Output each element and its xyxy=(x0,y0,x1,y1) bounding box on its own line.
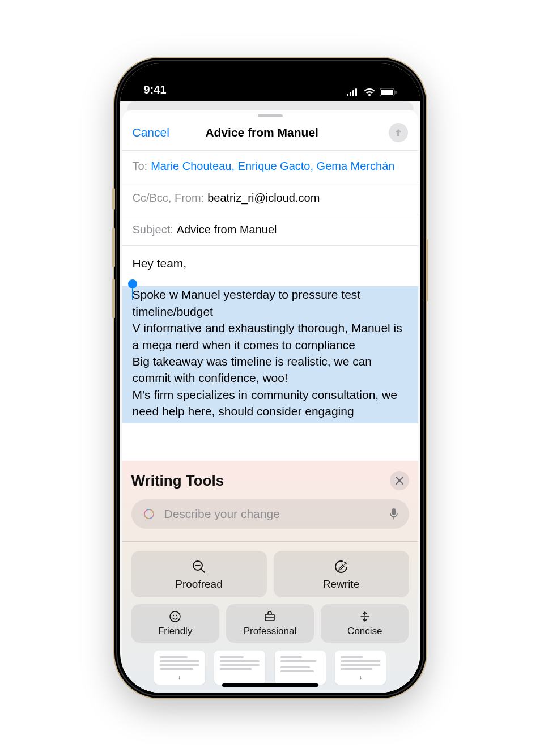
wifi-icon xyxy=(364,88,375,96)
friendly-button[interactable]: Friendly xyxy=(131,604,219,643)
professional-button[interactable]: Professional xyxy=(226,604,314,643)
svg-line-13 xyxy=(201,569,205,572)
cellular-icon xyxy=(347,88,359,96)
status-bar: 9:41 xyxy=(120,63,420,101)
rewrite-button[interactable]: Rewrite xyxy=(274,551,409,597)
svg-point-18 xyxy=(176,615,177,616)
professional-label: Professional xyxy=(244,626,297,637)
compose-sheet: Cancel Advice from Manuel To: Marie Chou… xyxy=(122,110,418,693)
divider xyxy=(122,541,418,542)
writing-tools-panel: Writing Tools Describe your change xyxy=(122,461,418,693)
iphone-frame: 9:41 Cancel Advice from Manuel To: Marie… xyxy=(114,58,426,698)
compose-navbar: Cancel Advice from Manuel xyxy=(122,120,418,150)
to-label: To: xyxy=(133,160,148,173)
microphone-icon[interactable] xyxy=(389,507,399,521)
subject-value: Advice from Manuel xyxy=(177,223,277,236)
summary-options: ↓ ↓ xyxy=(154,651,386,685)
down-arrow-icon: ↓ xyxy=(359,673,362,681)
concise-icon xyxy=(358,610,372,623)
screen: 9:41 Cancel Advice from Manuel To: Marie… xyxy=(120,63,420,693)
tone-actions: Friendly Professional Concise xyxy=(131,604,409,643)
svg-point-9 xyxy=(143,509,154,520)
dynamic-island xyxy=(231,74,310,94)
status-icons xyxy=(347,88,397,96)
svg-rect-2 xyxy=(352,90,354,96)
describe-change-input[interactable]: Describe your change xyxy=(131,499,409,529)
rewrite-label: Rewrite xyxy=(323,578,359,591)
proofread-icon xyxy=(191,559,207,575)
proofread-button[interactable]: Proofread xyxy=(131,551,267,597)
down-arrow-icon: ↓ xyxy=(178,673,181,681)
home-indicator[interactable] xyxy=(222,683,318,687)
rewrite-icon xyxy=(333,559,349,575)
proofread-label: Proofread xyxy=(175,578,222,591)
writing-tools-header: Writing Tools xyxy=(131,471,409,490)
svg-point-17 xyxy=(173,615,174,616)
selected-text: Spoke w Manuel yesterday to pressure tes… xyxy=(122,286,418,423)
volume-up xyxy=(112,228,115,267)
svg-rect-10 xyxy=(392,508,396,515)
to-field[interactable]: To: Marie Chouteau, Enrique Gacto, Gema … xyxy=(122,150,418,182)
from-value: beatriz_ri@icloud.com xyxy=(207,192,320,205)
summary-card-1[interactable]: ↓ xyxy=(154,651,205,685)
friendly-icon xyxy=(168,610,182,623)
ccbcc-field[interactable]: Cc/Bcc, From: beatriz_ri@icloud.com xyxy=(122,182,418,214)
primary-actions: Proofread Rewrite xyxy=(131,551,409,597)
power-button xyxy=(426,239,428,301)
text-selection[interactable]: Spoke w Manuel yesterday to pressure tes… xyxy=(122,286,418,423)
svg-rect-1 xyxy=(350,92,351,96)
writing-tools-title: Writing Tools xyxy=(131,472,224,490)
svg-point-16 xyxy=(170,611,180,622)
svg-rect-0 xyxy=(347,94,348,96)
to-recipients[interactable]: Marie Chouteau, Enrique Gacto, Gema Merc… xyxy=(151,160,394,173)
status-time: 9:41 xyxy=(144,83,167,96)
professional-icon xyxy=(263,610,277,623)
send-button[interactable] xyxy=(389,123,408,142)
body-greeting: Hey team, xyxy=(133,255,408,271)
subject-label: Subject: xyxy=(133,223,173,236)
svg-rect-6 xyxy=(395,91,396,94)
selection-handle-start[interactable] xyxy=(128,279,137,288)
friendly-label: Friendly xyxy=(158,626,192,637)
background-sheet-peek xyxy=(127,101,414,110)
summary-card-4[interactable]: ↓ xyxy=(335,651,386,685)
svg-rect-5 xyxy=(381,90,393,95)
concise-label: Concise xyxy=(347,626,382,637)
concise-button[interactable]: Concise xyxy=(321,604,409,643)
subject-field[interactable]: Subject: Advice from Manuel xyxy=(122,214,418,245)
battery-icon xyxy=(380,88,397,96)
compose-title: Advice from Manuel xyxy=(135,126,389,139)
describe-change-placeholder: Describe your change xyxy=(164,507,381,521)
summary-card-2[interactable] xyxy=(214,651,265,685)
svg-rect-3 xyxy=(355,88,357,96)
ccbcc-label: Cc/Bcc, From: xyxy=(133,192,205,205)
mute-switch xyxy=(112,188,115,210)
close-button[interactable] xyxy=(390,471,409,490)
volume-down xyxy=(112,279,115,318)
summary-card-3[interactable] xyxy=(275,651,326,685)
sheet-grabber[interactable] xyxy=(258,114,283,117)
arrow-up-icon xyxy=(393,128,403,138)
apple-intelligence-icon xyxy=(142,507,156,521)
close-icon xyxy=(396,477,403,485)
